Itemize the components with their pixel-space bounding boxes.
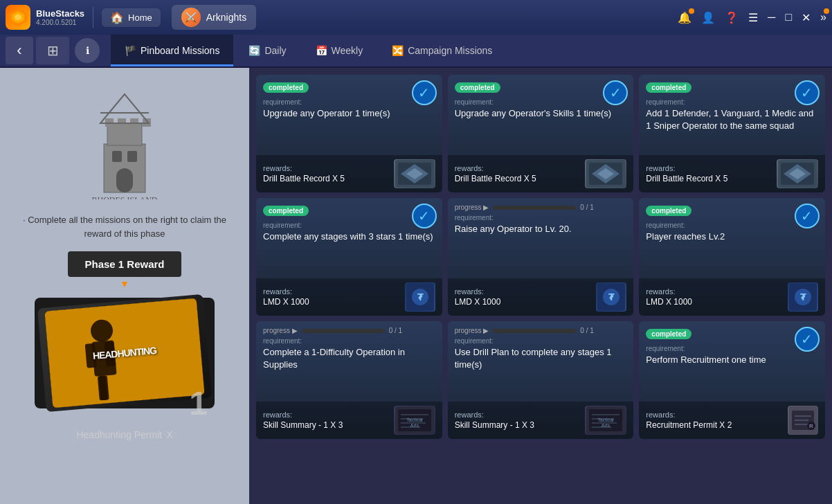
campaign-tab-label: Campaign Missions (408, 45, 492, 56)
requirement-label: requirement: (455, 98, 627, 106)
maximize-button[interactable]: □ (785, 11, 792, 24)
svg-text:Tactical: Tactical (598, 417, 615, 422)
requirement-label: requirement: (455, 337, 627, 345)
reward-info: rewards: Skill Summary - 1 X 3 (263, 411, 343, 430)
mission-card[interactable]: completed ✓ requirement: Add 1 Defender,… (639, 75, 825, 192)
mission-card-top: completed ✓ requirement: Upgrade any Ope… (256, 75, 442, 155)
arknights-tab[interactable]: ⚔️ Arknights (172, 5, 256, 30)
nav-home-button[interactable]: ⊞ (36, 37, 69, 64)
reward-name: LMD X 1000 (646, 297, 692, 307)
mission-card[interactable]: completed ✓ requirement: Perform Recruit… (639, 321, 825, 439)
requirement-label: requirement: (263, 98, 435, 106)
headhunting-art: HEADHUNTING (44, 298, 204, 408)
check-icon: ✓ (795, 204, 820, 228)
tab-daily[interactable]: 🔄 Daily (235, 35, 300, 66)
svg-rect-11 (116, 168, 133, 192)
reward-info: rewards: Drill Battle Record X 5 (646, 164, 727, 183)
svg-text:Arts: Arts (410, 423, 419, 428)
mission-card[interactable]: progress ▶ 0 / 1 requirement: Complete a… (256, 321, 442, 439)
reward-name: Drill Battle Record X 5 (646, 174, 727, 183)
mission-card[interactable]: progress ▶ 0 / 1 requirement: Raise any … (448, 198, 634, 316)
progress-value: 0 / 1 (389, 327, 402, 334)
mission-card[interactable]: completed ✓ requirement: Complete any st… (256, 198, 442, 316)
phase-reward-button[interactable]: Phase 1 Reward (68, 251, 181, 277)
navigation-bar: ‹ ⊞ ℹ 🏴 Pinboard Missions 🔄 Daily 📅 Week… (0, 35, 832, 68)
rhodes-svg: — RHODES ISLAND — (62, 89, 187, 199)
reward-info: rewards: LMD X 1000 (455, 287, 501, 307)
svg-text:R: R (809, 423, 813, 429)
tab-campaign[interactable]: 🔀 Campaign Missions (378, 35, 506, 66)
reward-name: Skill Summary - 1 X 3 (263, 420, 343, 430)
check-icon: ✓ (795, 327, 820, 352)
drill-record-icon (777, 159, 818, 188)
help-icon[interactable]: ❓ (725, 11, 739, 24)
reward-label: rewards: (263, 287, 309, 296)
mission-card-top: completed ✓ requirement: Player reaches … (639, 198, 825, 278)
svg-text:₮: ₮ (417, 292, 424, 303)
mission-title: Perform Recruitment one time (646, 354, 818, 366)
tab-weekly[interactable]: 📅 Weekly (302, 35, 377, 66)
check-icon: ✓ (795, 80, 820, 105)
reward-label: rewards: (455, 164, 536, 172)
mission-title: Player reaches Lv.2 (646, 231, 818, 243)
reward-info: rewards: LMD X 1000 (263, 287, 309, 307)
mission-card-top: progress ▶ 0 / 1 requirement: Raise any … (448, 198, 634, 278)
app-info: BlueStacks 4.200.0.5201 (36, 8, 84, 26)
mission-card[interactable]: progress ▶ 0 / 1 requirement: Use Drill … (448, 321, 634, 439)
mission-card-top: completed ✓ requirement: Perform Recruit… (639, 321, 825, 402)
menu-icon[interactable]: ☰ (748, 11, 758, 24)
reward-info: rewards: Skill Summary - 1 X 3 (455, 411, 534, 430)
home-icon: 🏠 (110, 11, 124, 24)
svg-text:₮: ₮ (800, 292, 806, 303)
reward-label: rewards: (263, 164, 345, 172)
mission-card-bottom: rewards: LMD X 1000 ₮ (256, 278, 442, 316)
requirement-label: requirement: (263, 222, 435, 229)
left-panel: — RHODES ISLAND — · Complete all the mis… (0, 68, 249, 504)
requirement-label: requirement: (455, 214, 627, 222)
mission-card-bottom: rewards: LMD X 1000 ₮ (448, 278, 634, 316)
reward-name: Recruitment Permit X 2 (646, 420, 732, 430)
nav-home-icon: ⊞ (47, 42, 59, 59)
bell-icon[interactable]: 🔔 (678, 11, 691, 24)
status-badge: completed (646, 206, 691, 216)
mission-card[interactable]: completed ✓ requirement: Upgrade any Ope… (448, 75, 634, 192)
mission-card[interactable]: completed ✓ requirement: Upgrade any Ope… (256, 75, 442, 192)
main-content: — RHODES ISLAND — · Complete all the mis… (0, 68, 832, 504)
weekly-tab-icon: 📅 (316, 45, 327, 56)
reward-quantity-label: X (166, 429, 172, 440)
daily-tab-icon: 🔄 (248, 45, 260, 56)
mission-title: Complete a 1-Difficulty Operation in Sup… (263, 346, 435, 370)
lmd-icon: ₮ (596, 282, 626, 312)
tab-pinboard[interactable]: 🏴 Pinboard Missions (111, 35, 233, 66)
info-button[interactable]: ℹ (75, 38, 100, 63)
drill-record-icon (394, 159, 435, 188)
minimize-button[interactable]: ─ (768, 11, 775, 24)
missions-grid: completed ✓ requirement: Upgrade any Ope… (249, 68, 832, 504)
lmd-icon: ₮ (788, 282, 818, 312)
user-icon[interactable]: 👤 (701, 11, 715, 24)
skill-summary-icon: Tactical Arts (585, 406, 626, 435)
back-button[interactable]: ‹ (6, 37, 33, 64)
svg-rect-12 (112, 151, 122, 162)
progress-value: 0 / 1 (580, 327, 593, 334)
mission-card-bottom: rewards: Drill Battle Record X 5 (639, 155, 825, 192)
more-icon[interactable]: » (820, 11, 826, 24)
requirement-label: requirement: (263, 337, 435, 345)
reward-label: rewards: (646, 287, 692, 296)
mission-title: Raise any Operator to Lv. 20. (455, 223, 627, 235)
reward-label: rewards: (455, 287, 501, 296)
progress-row: progress ▶ 0 / 1 (455, 204, 627, 211)
app-version: 4.200.0.5201 (36, 19, 84, 26)
skill-summary-icon: Tactical Arts (394, 406, 435, 435)
status-badge: completed (455, 82, 500, 93)
mission-card[interactable]: completed ✓ requirement: Player reaches … (639, 198, 825, 316)
phase-number: 1 (189, 384, 208, 422)
weekly-tab-label: Weekly (332, 45, 363, 56)
reward-card-image: HEADHUNTING (37, 294, 212, 412)
mission-card-top: completed ✓ requirement: Add 1 Defender,… (639, 75, 825, 155)
progress-value: 0 / 1 (580, 204, 593, 211)
reward-name: LMD X 1000 (263, 297, 309, 307)
svg-text:Tactical: Tactical (406, 417, 423, 422)
close-button[interactable]: ✕ (802, 11, 811, 24)
home-button[interactable]: 🏠 Home (102, 8, 161, 27)
